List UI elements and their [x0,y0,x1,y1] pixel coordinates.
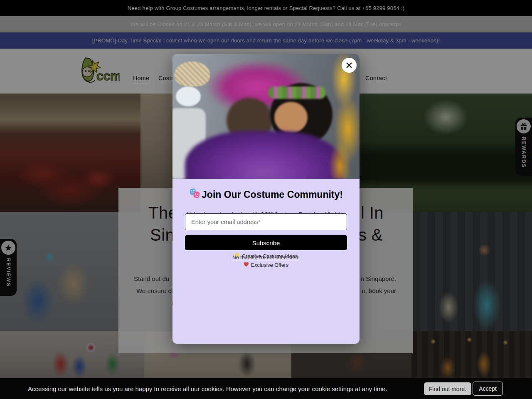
modal-hero-photo [172,54,360,179]
close-icon[interactable] [342,58,357,73]
email-field[interactable] [185,213,347,230]
page: Need help with Group Costumes arrangemen… [0,0,532,399]
find-out-more-button[interactable]: Find out more. [424,382,471,395]
modal-title-text: Join Our Costume Community! [202,189,343,200]
subscribe-button[interactable]: Subscribe [185,235,347,250]
newsletter-modal: Join Our Costume Community! Unleash your… [172,54,360,344]
modal-body: Join Our Costume Community! Unleash your… [172,179,360,344]
photo-face-mask [176,86,201,106]
modal-bullet-text: Exclusive Offers [251,262,288,268]
photo-smiling-face [274,102,308,133]
heart-icon [244,262,249,268]
modal-title: Join Our Costume Community! [185,188,347,201]
dismiss-link[interactable]: No thanks, I'm not interested! [172,255,360,261]
photo-purple-dress [185,131,343,179]
photo-gold-ornament [324,54,360,179]
photo-flower-crown [268,86,326,99]
theater-masks-icon [189,188,201,201]
cookie-consent-bar: Accessing our website tells us you are h… [0,378,532,399]
cookie-message: Accessing our website tells us you are h… [28,385,387,392]
modal-bullet: Exclusive Offers [185,262,347,268]
accept-cookies-button[interactable]: Accept [473,382,503,396]
photo-plaid-hat [175,62,210,86]
